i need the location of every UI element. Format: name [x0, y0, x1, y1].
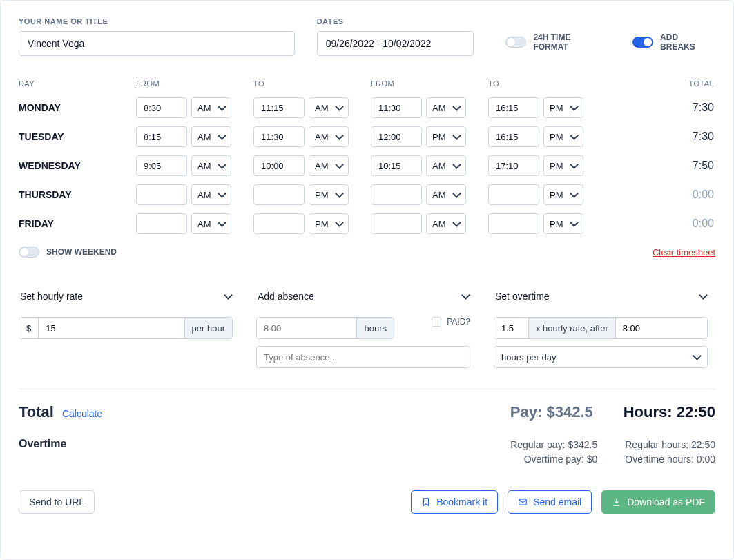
- overtime-mult-input[interactable]: [501, 323, 521, 334]
- time-input[interactable]: [136, 97, 187, 118]
- time-input[interactable]: [253, 155, 305, 176]
- absence-head[interactable]: Add absence: [256, 285, 470, 307]
- row-total: 7:50: [606, 160, 715, 172]
- ampm-value: AM: [432, 103, 446, 113]
- time-input[interactable]: [488, 213, 539, 234]
- ampm-select[interactable]: AM: [309, 126, 349, 147]
- hourly-rate-input[interactable]: [46, 323, 177, 334]
- ampm-select[interactable]: PM: [543, 184, 583, 205]
- overtime-hours: Overtime hours: 0:00: [625, 452, 715, 467]
- ampm-value: AM: [315, 161, 329, 171]
- absence-type-input[interactable]: [256, 346, 470, 368]
- ampm-value: AM: [197, 132, 211, 142]
- time-input[interactable]: [488, 155, 539, 176]
- chevron-down-icon: [218, 102, 226, 111]
- toggle-show-weekend[interactable]: [19, 247, 39, 258]
- toggle-24h-label: 24H TIME FORMAT: [533, 32, 608, 52]
- chevron-down-icon: [335, 189, 344, 198]
- download-pdf-button[interactable]: Download as PDF: [601, 490, 715, 514]
- ampm-value: PM: [550, 132, 563, 142]
- time-input[interactable]: [253, 184, 305, 205]
- ampm-value: PM: [432, 132, 446, 142]
- day-label: TUESDAY: [19, 131, 136, 142]
- show-weekend-label: SHOW WEEKEND: [46, 247, 117, 257]
- time-input[interactable]: [136, 184, 187, 205]
- absence-unit: hours: [357, 318, 394, 338]
- col-from2: FROM: [371, 79, 488, 88]
- overtime-unit-select[interactable]: hours per day: [494, 346, 708, 368]
- chevron-down-icon: [461, 291, 470, 300]
- col-day: DAY: [19, 79, 136, 88]
- ampm-select[interactable]: AM: [191, 126, 231, 147]
- ampm-value: AM: [432, 161, 446, 171]
- bookmark-button[interactable]: Bookmark it: [411, 490, 498, 514]
- time-cell: AM: [253, 97, 371, 118]
- time-input[interactable]: [371, 155, 422, 176]
- time-input[interactable]: [253, 126, 305, 147]
- ampm-select[interactable]: AM: [309, 97, 349, 118]
- chevron-down-icon: [335, 160, 344, 169]
- send-url-button[interactable]: Send to URL: [19, 490, 95, 514]
- name-input[interactable]: [19, 31, 295, 56]
- time-input[interactable]: [253, 213, 305, 234]
- day-label: MONDAY: [19, 102, 136, 113]
- col-to2: TO: [488, 79, 606, 88]
- time-input[interactable]: [488, 97, 539, 118]
- col-total: TOTAL: [606, 79, 715, 88]
- dates-input[interactable]: [317, 31, 474, 56]
- hourly-unit: per hour: [185, 318, 232, 338]
- toggle-24h[interactable]: [505, 37, 526, 48]
- time-input[interactable]: [371, 213, 422, 234]
- paid-checkbox[interactable]: [432, 317, 441, 327]
- total-title: Total: [19, 403, 54, 421]
- ampm-select[interactable]: PM: [309, 184, 349, 205]
- overtime-title: Overtime: [19, 438, 66, 467]
- ampm-select[interactable]: AM: [191, 213, 231, 234]
- day-label: WEDNESDAY: [19, 160, 136, 171]
- name-label: YOUR NAME OR TITLE: [19, 17, 295, 26]
- ampm-select[interactable]: AM: [426, 184, 466, 205]
- col-from1: FROM: [136, 79, 253, 88]
- time-input[interactable]: [136, 155, 187, 176]
- dates-label: DATES: [317, 17, 474, 26]
- ampm-select[interactable]: AM: [191, 97, 231, 118]
- ampm-select[interactable]: AM: [426, 155, 466, 176]
- regular-hours: Regular hours: 22:50: [625, 438, 715, 452]
- overtime-after-input[interactable]: [623, 323, 700, 334]
- overtime-head[interactable]: Set overtime: [494, 285, 708, 307]
- ampm-select[interactable]: AM: [191, 184, 231, 205]
- time-input[interactable]: [136, 213, 187, 234]
- hours-metric: Hours: 22:50: [624, 403, 715, 421]
- ampm-select[interactable]: PM: [426, 126, 466, 147]
- time-input[interactable]: [488, 126, 539, 147]
- time-cell: AM: [253, 155, 371, 176]
- time-cell: PM: [488, 184, 606, 205]
- ampm-select[interactable]: AM: [426, 97, 466, 118]
- ampm-select[interactable]: PM: [543, 213, 583, 234]
- time-input[interactable]: [371, 97, 422, 118]
- calculate-link[interactable]: Calculate: [62, 408, 102, 419]
- ampm-select[interactable]: AM: [426, 213, 466, 234]
- clear-timesheet-link[interactable]: Clear timesheet: [653, 247, 715, 258]
- ampm-select[interactable]: PM: [543, 155, 583, 176]
- chevron-down-icon: [570, 160, 579, 169]
- time-input[interactable]: [371, 184, 422, 205]
- ampm-value: PM: [550, 190, 563, 200]
- ampm-select[interactable]: PM: [543, 126, 583, 147]
- time-input[interactable]: [488, 184, 539, 205]
- toggle-breaks[interactable]: [632, 37, 653, 48]
- time-cell: PM: [253, 184, 371, 205]
- absence-hours-input[interactable]: [264, 323, 349, 334]
- ampm-select[interactable]: AM: [191, 155, 231, 176]
- ampm-select[interactable]: PM: [309, 213, 349, 234]
- ampm-select[interactable]: PM: [543, 97, 583, 118]
- send-email-button[interactable]: Send email: [508, 490, 592, 514]
- currency-symbol: $: [19, 318, 39, 338]
- time-input[interactable]: [371, 126, 422, 147]
- time-input[interactable]: [136, 126, 187, 147]
- hourly-rate-head[interactable]: Set hourly rate: [19, 285, 233, 307]
- chevron-down-icon: [218, 131, 226, 140]
- time-cell: AM: [253, 126, 371, 147]
- ampm-select[interactable]: AM: [309, 155, 349, 176]
- time-input[interactable]: [253, 97, 305, 118]
